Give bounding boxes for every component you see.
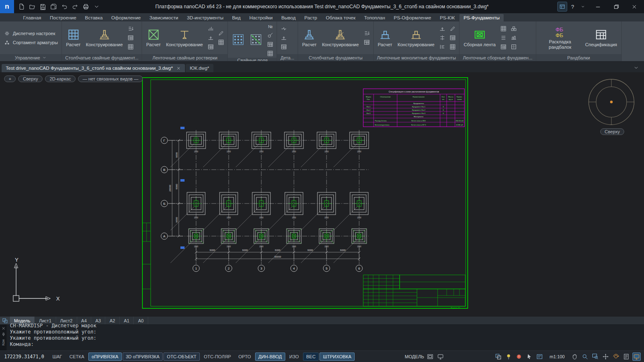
ribbon-big-button-Расчет[interactable]: Расчет bbox=[64, 27, 83, 49]
selection-cycle-icon[interactable] bbox=[494, 353, 502, 361]
grid-small-icon[interactable] bbox=[217, 39, 225, 46]
zoom-window-icon[interactable] bbox=[591, 353, 599, 361]
ribbon-big-button-Расчет[interactable]: Расчет bbox=[376, 27, 394, 49]
table-small-icon[interactable] bbox=[127, 34, 134, 42]
ribbon-tab-PS-Оформление[interactable]: PS-Оформление bbox=[390, 14, 436, 21]
ribbon-big-button-Расчет[interactable]: Расчет bbox=[144, 27, 163, 49]
ribbon-big-button-Конструирование[interactable]: Конструирование bbox=[164, 27, 205, 49]
ribbon-tab-PS-КЖ[interactable]: PS-КЖ bbox=[436, 14, 459, 21]
viewport-control-2D-каркас[interactable]: 2D-каркас bbox=[45, 76, 76, 82]
pile-field-icon[interactable] bbox=[232, 33, 244, 46]
cmd-pin-icon[interactable] bbox=[1, 332, 6, 337]
undo-icon[interactable] bbox=[59, 2, 69, 12]
toggle-ДИН-ВВОД[interactable]: ДИН-ВВОД bbox=[255, 353, 285, 361]
customize-icon[interactable] bbox=[92, 2, 102, 12]
ribbon-tab-3D-инструменты[interactable]: 3D-инструменты bbox=[183, 14, 227, 21]
table-small-icon[interactable] bbox=[280, 43, 287, 51]
edit-icon[interactable] bbox=[449, 25, 456, 33]
sort-icon[interactable] bbox=[363, 30, 370, 37]
notification-icon[interactable] bbox=[515, 353, 523, 361]
ribbon-tab-Настройки[interactable]: Настройки bbox=[245, 14, 277, 21]
ribbon-button-Сортамент арматуры[interactable]: Сортамент арматуры bbox=[2, 39, 59, 46]
num-icon[interactable]: № bbox=[266, 22, 274, 30]
strip-design-icon[interactable] bbox=[410, 28, 422, 41]
column-found-design-icon[interactable] bbox=[334, 28, 346, 41]
ribbon-tab-Вид[interactable]: Вид bbox=[228, 14, 245, 21]
ribbon-big-button-Конструирование[interactable]: Конструирование bbox=[395, 27, 436, 49]
grillage-design-icon[interactable] bbox=[178, 28, 191, 41]
ribbon-button-Диспетчер настроек[interactable]: Диспетчер настроек bbox=[2, 30, 59, 37]
table-small-icon[interactable] bbox=[449, 34, 456, 42]
tab-close-icon[interactable] bbox=[176, 66, 181, 71]
viewport-control-Сверху[interactable]: Сверху bbox=[18, 76, 43, 82]
view-navigator[interactable]: Сверху bbox=[585, 78, 639, 135]
sort-icon[interactable] bbox=[127, 25, 134, 33]
sheet-icon[interactable] bbox=[622, 353, 630, 361]
cmd-close-icon[interactable] bbox=[1, 326, 6, 331]
doc-tabs-chevron-down-icon[interactable] bbox=[630, 65, 642, 72]
level-icon[interactable] bbox=[438, 25, 446, 33]
spec-table-icon[interactable] bbox=[595, 28, 607, 41]
level-icon[interactable] bbox=[207, 34, 214, 42]
rebar-assortment-icon[interactable] bbox=[4, 39, 10, 46]
grid-small-icon[interactable] bbox=[500, 25, 507, 33]
redo-icon[interactable] bbox=[70, 2, 80, 12]
ribbon-big-button-Расчет[interactable]: Расчет bbox=[300, 27, 319, 49]
help-dropdown-icon[interactable] bbox=[578, 2, 588, 12]
grid-small-icon[interactable] bbox=[127, 43, 134, 51]
annotation-scale[interactable]: m1:100 bbox=[549, 354, 565, 359]
ribbon-big-button-Сборная лента[interactable]: Сборная лента bbox=[462, 27, 497, 49]
command-line-panel[interactable]: Кон CH-MARKDISP - Диспетчер марокУкажите… bbox=[0, 324, 644, 350]
table-small-icon[interactable] bbox=[500, 43, 507, 51]
ribbon-big-button-Конструирование[interactable]: Конструирование bbox=[84, 27, 125, 49]
ribbon-tab-Оформление[interactable]: Оформление bbox=[107, 14, 145, 21]
ribbon-big-button-Конструирование[interactable]: Конструирование bbox=[320, 27, 361, 49]
viewport-icon[interactable] bbox=[426, 353, 434, 361]
orbit-icon[interactable] bbox=[612, 353, 620, 361]
minimize-icon[interactable] bbox=[589, 0, 607, 13]
ribbon-big-button-pile-field-icon[interactable] bbox=[230, 32, 246, 47]
model-space-label[interactable]: МОДЕЛЬ bbox=[405, 354, 424, 359]
save-all-icon[interactable] bbox=[49, 2, 59, 12]
pile-field2-icon[interactable] bbox=[250, 33, 262, 46]
toggle-СЕТКА[interactable]: СЕТКА bbox=[66, 353, 88, 361]
settings-manager-icon[interactable] bbox=[4, 30, 10, 37]
ribbon-tab-Топоплан[interactable]: Топоплан bbox=[360, 14, 389, 21]
ribbon-tab-Главная[interactable]: Главная bbox=[19, 14, 45, 21]
viewport-control-— нет связанных видов —[interactable]: — нет связанных видов — bbox=[78, 76, 143, 82]
toggle-ОРТО[interactable]: ОРТО bbox=[235, 353, 254, 361]
table-small-icon[interactable] bbox=[266, 40, 274, 48]
table-small-icon[interactable] bbox=[363, 39, 370, 46]
maximize-icon[interactable] bbox=[607, 0, 625, 13]
list-icon[interactable] bbox=[500, 34, 507, 42]
ribbon-big-button-Раскладка рандбалок[interactable]: ФБФБРаскладка рандбалок bbox=[538, 24, 582, 51]
ribbon-tab-Вывод[interactable]: Вывод bbox=[277, 14, 300, 21]
ribbon-tab-Растр[interactable]: Растр bbox=[300, 14, 321, 21]
annotation-scale-icon[interactable] bbox=[535, 353, 544, 361]
grid-small-icon[interactable] bbox=[449, 43, 456, 51]
toggle-ВЕС[interactable]: ВЕС bbox=[303, 353, 319, 361]
ribbon-tab-PS-Фундаменты[interactable]: PS-Фундаменты bbox=[459, 14, 504, 21]
toggle-ОТС-ПОЛЯР[interactable]: ОТС-ПОЛЯР bbox=[201, 353, 234, 361]
ribbon-tab-Зависимости[interactable]: Зависимости bbox=[145, 14, 182, 21]
signal-icon[interactable] bbox=[207, 25, 214, 33]
randbeam-icon[interactable]: ФБФБ bbox=[554, 26, 566, 38]
save-file-icon[interactable] bbox=[38, 2, 48, 12]
edit-icon[interactable] bbox=[217, 30, 225, 37]
navigate-cross-icon[interactable] bbox=[601, 353, 610, 361]
navigator-view-label[interactable]: Сверху bbox=[600, 128, 625, 135]
split-icon[interactable] bbox=[438, 34, 446, 42]
pan-hand-icon[interactable] bbox=[571, 353, 579, 361]
navigation-wheel-icon[interactable] bbox=[585, 78, 639, 127]
toggle-ОТС-ОБЪЕКТ[interactable]: ОТС-ОБЪЕКТ bbox=[163, 353, 199, 361]
toggle-ШАГ[interactable]: ШАГ bbox=[49, 353, 65, 361]
grid-small-icon[interactable] bbox=[266, 50, 274, 57]
align-icon[interactable] bbox=[438, 43, 446, 51]
toggle-3D оПРИВЯЗКА[interactable]: 3D оПРИВЯЗКА bbox=[123, 353, 163, 361]
table-small-icon[interactable] bbox=[207, 43, 214, 51]
display-icon[interactable] bbox=[436, 353, 445, 361]
document-tab[interactable]: Test drive_nanoCAD Фундаменты_3_6_столб … bbox=[2, 64, 185, 72]
interface-icon[interactable] bbox=[557, 2, 567, 12]
viewport-control-+[interactable]: + bbox=[4, 76, 16, 82]
toggle-ШТРИХОВКА[interactable]: ШТРИХОВКА bbox=[320, 353, 355, 361]
